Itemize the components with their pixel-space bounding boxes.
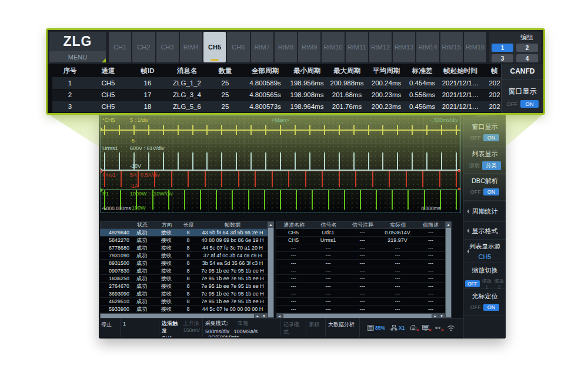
tab-ch3[interactable]: CH3 <box>156 32 179 62</box>
stats-column-header: 帧ID <box>129 65 166 77</box>
bigdata-button[interactable]: 大数据分析 <box>326 318 360 337</box>
list-display-classify-button[interactable]: 分类 <box>482 161 501 170</box>
group-button-2[interactable]: 2 <box>516 44 538 52</box>
tab-ch1[interactable]: CH1 <box>109 32 131 62</box>
collapse-left-icon[interactable] <box>465 228 469 233</box>
window-display-on-button[interactable]: ON <box>483 134 500 141</box>
waveform-pulse <box>171 171 172 187</box>
sidebar-list-source[interactable]: 列表显示源 CH5 <box>464 240 506 263</box>
signal-table-vscrollbar[interactable]: ▲ <box>445 221 452 318</box>
scroll-right-icon[interactable]: ▸ <box>432 313 439 318</box>
collapse-left-icon[interactable] <box>465 249 469 254</box>
stats-row[interactable]: 2CH517ZLG_3_4254.800565s198.908ms201.68m… <box>52 89 501 101</box>
frame-table-vscrollbar[interactable]: ▲ <box>268 221 274 318</box>
scroll-left-icon[interactable]: ◂ <box>276 313 283 318</box>
zoom1-button[interactable]: 缩放1 <box>482 278 492 290</box>
tab-rtm16[interactable]: RtM16 <box>464 32 486 62</box>
table-row[interactable]: 7931090成功接收837 af 4f 0c 3b c4 c8 c9 H <box>100 252 268 260</box>
table-row[interactable]: --------------- <box>276 298 445 306</box>
table-row[interactable]: 1836250成功接收87e 95 1b ee 7e 95 1b ee H <box>100 275 268 283</box>
tab-rtm4[interactable]: RtM4 <box>180 32 202 62</box>
scroll-right-icon[interactable]: ▸ <box>255 313 261 318</box>
trigger-info[interactable]: 边沿触发 CH1 自动 上升沿 150mV <box>159 318 203 337</box>
table-row[interactable]: 4929840成功接收843 5b f8 64 3d 5b 9a 2e H <box>100 229 268 237</box>
window-display-on-button[interactable]: ON <box>520 100 538 108</box>
zoom-off-button[interactable]: OFF <box>465 280 480 287</box>
stats-row[interactable]: 3CH518ZLG_5_6254.800573s198.964ms201.76m… <box>52 101 501 112</box>
canfd-title: CANFD <box>502 64 543 79</box>
group-button-3[interactable]: 3 <box>492 54 513 62</box>
table-row[interactable]: --------------- <box>276 260 445 267</box>
table-row[interactable]: CH5Urms1---219.97V--- <box>276 237 445 244</box>
menu-button[interactable]: MENU <box>49 51 106 62</box>
run-state[interactable]: 停止 <box>99 318 121 337</box>
waveform-pulse <box>376 190 377 210</box>
table-row[interactable]: 0907830成功接收87e 95 1b ee 7e 95 1b ee H <box>100 267 268 275</box>
waveform-pulse <box>368 125 369 135</box>
waveform-pulse <box>441 125 442 135</box>
table-row[interactable]: CH5Udc1---0.053614V--- <box>276 229 445 237</box>
usb-icon <box>435 325 442 331</box>
stats-row[interactable]: 1CH516ZLG_1_2254.800589s198.956ms200.988… <box>52 77 501 89</box>
table-row[interactable]: 4629510成功接收87e 95 1b ee 7e 95 1b ee H <box>100 298 268 306</box>
sidebar-display-format[interactable]: 显示格式 <box>464 222 506 240</box>
tab-ch2[interactable]: CH2 <box>132 32 155 62</box>
scroll-down-icon[interactable]: ▼ <box>439 313 445 318</box>
cursor-on-button[interactable]: ON <box>483 304 500 311</box>
table-row[interactable]: --------------- <box>276 275 445 283</box>
cursor-off-button[interactable]: OFF <box>470 304 481 310</box>
tab-rtm11[interactable]: RtM11 <box>346 32 368 62</box>
window-display-off-button[interactable]: OFF <box>470 135 481 141</box>
tab-rtm9[interactable]: RtM9 <box>298 32 320 62</box>
waveform-pulse <box>339 171 340 187</box>
table-row[interactable]: 5842270成功接收840 80 09 69 bc 86 6e 19 H <box>100 237 268 244</box>
waveform-pulse <box>280 190 281 210</box>
tab-rtm15[interactable]: RtM15 <box>440 32 463 62</box>
zoom2-button[interactable]: 缩放2 <box>494 278 505 290</box>
frame-table: 状态方向长度帧数据 4929840成功接收843 5b f8 64 3d 5b … <box>100 221 274 318</box>
waveform-pulse <box>236 125 237 135</box>
tab-rtm7[interactable]: RtM7 <box>251 32 273 62</box>
dbc-off-button[interactable]: OFF <box>470 189 481 195</box>
frame-table-hscrollbar[interactable]: ▸ ▼ <box>100 313 268 318</box>
table-row[interactable]: --------------- <box>276 306 445 313</box>
tab-ch5[interactable]: CH5 <box>203 32 226 62</box>
window-display-off-button[interactable]: OFF <box>506 101 517 107</box>
acquisition-info[interactable]: 采集模式: 常规 500ms/div 100MSa/s 2G(500M)pts <box>203 318 281 337</box>
tab-rtm13[interactable]: RtM13 <box>393 32 415 62</box>
tab-rtm14[interactable]: RtM14 <box>416 32 439 62</box>
period-stats-table-area[interactable]: 序号通道帧ID消息名数量全部周期最小周期最大周期平均周期标准差帧起始时间帧 1C… <box>48 64 501 113</box>
table-row[interactable]: --------------- <box>276 267 445 275</box>
waveform-pulse <box>328 190 329 210</box>
table-row[interactable]: --------------- <box>276 252 445 260</box>
table-row[interactable]: 6778680成功接收844 5c 07 fe 3c 70 a1 20 H <box>100 244 268 252</box>
link-multiplier: X1 <box>399 325 405 331</box>
tab-rtm10[interactable]: RtM10 <box>322 32 344 62</box>
integrate-mode[interactable]: 累积 <box>306 318 326 337</box>
table-row[interactable]: --------------- <box>276 244 445 252</box>
signal-table-hscrollbar[interactable]: ◂ ▸ ▼ <box>276 313 445 318</box>
group-button-4[interactable]: 4 <box>516 54 538 62</box>
waveform-pulse <box>339 125 340 135</box>
tab-rtm12[interactable]: RtM12 <box>369 32 392 62</box>
table-row[interactable]: --------------- <box>276 283 445 290</box>
list-display-scroll-button[interactable]: 滚动 <box>469 162 480 170</box>
collapse-left-icon[interactable] <box>465 209 469 214</box>
wifi-icon <box>447 325 455 331</box>
record-mode[interactable]: 记录模式 <box>281 318 306 337</box>
scroll-down-icon[interactable]: ▼ <box>261 313 268 318</box>
table-row[interactable]: 5933900成功接收844 5c 07 fe 00 00 00 00 H <box>100 306 268 313</box>
table-row[interactable]: 2764670成功接收87e 95 1b ee 7e 95 1b ee H <box>100 283 268 290</box>
table-row[interactable]: 3693090成功接收87e 95 1b ee 7e 95 1b ee H <box>100 290 268 298</box>
dbc-on-button[interactable]: ON <box>483 188 500 195</box>
table-row[interactable]: --------------- <box>276 290 445 298</box>
scroll-up-icon[interactable]: ▲ <box>446 222 451 228</box>
waveform-display[interactable]: *CH5 5 : 1/div <Main> ↔500ms/div -5 Urms… <box>100 115 461 213</box>
group-button-1[interactable]: 1 <box>492 44 513 52</box>
waveform-pulse <box>205 171 206 187</box>
scroll-up-icon[interactable]: ▲ <box>268 222 273 228</box>
sidebar-period-stats[interactable]: 周期统计 <box>464 201 506 222</box>
tab-ch6[interactable]: CH6 <box>227 32 249 62</box>
tab-rtm8[interactable]: RtM8 <box>275 32 297 62</box>
table-row[interactable]: 8931500成功接收83b 54 ea 5d 35 66 3f c3 H <box>100 260 268 267</box>
